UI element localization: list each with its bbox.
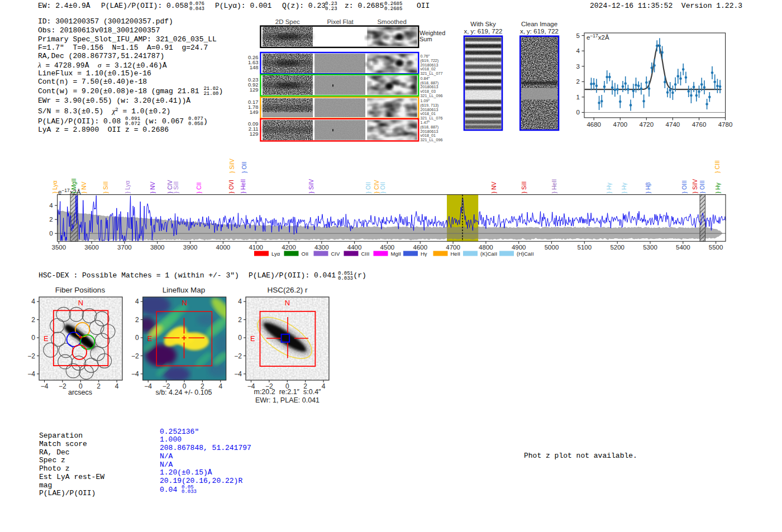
svg-text:4780: 4780 (718, 121, 733, 128)
svg-text:x, y: 619, 722: x, y: 619, 722 (520, 28, 559, 35)
svg-text:m:20.2 re:2.1″ s:0.4″: m:20.2 re:2.1″ s:0.4″ (254, 388, 321, 396)
svg-text:E: E (250, 334, 255, 343)
svg-text:(K)CaII: (K)CaII (480, 251, 497, 257)
svg-text:Hγ: Hγ (421, 251, 427, 257)
svg-text:Sum: Sum (419, 36, 432, 42)
svg-text:4900: 4900 (512, 244, 526, 251)
svg-text:x, y: 619, 722: x, y: 619, 722 (464, 28, 502, 35)
svg-text:} HeII: } HeII (551, 179, 557, 194)
svg-text:4800: 4800 (479, 244, 493, 251)
svg-text:} NV: } NV (490, 181, 497, 193)
svg-text:3600: 3600 (84, 244, 99, 251)
svg-text:129: 129 (250, 131, 259, 137)
svg-text:0: 0 (135, 334, 139, 342)
svg-text:} OVI: } OVI (228, 180, 235, 194)
svg-text:} NV: } NV (80, 181, 87, 193)
svg-text:(H)CaII: (H)CaII (517, 251, 534, 257)
svg-text:4100: 4100 (249, 244, 263, 251)
svg-text:129: 129 (250, 87, 259, 93)
svg-text:149: 149 (250, 109, 259, 115)
svg-text:N: N (182, 299, 187, 307)
svg-text:} Hγ: } Hγ (714, 182, 721, 193)
svg-text:5100: 5100 (578, 244, 592, 251)
svg-text:5000: 5000 (545, 244, 559, 251)
svg-text:321_LL_096: 321_LL_096 (421, 93, 443, 98)
svg-text:Lyα: Lyα (271, 251, 280, 257)
svg-text:5500: 5500 (709, 244, 723, 251)
svg-text:} OIII: } OIII (681, 180, 688, 193)
svg-text:4740: 4740 (666, 121, 680, 128)
svg-text:} Hγ: } Hγ (605, 182, 612, 193)
svg-text:−2: −2 (234, 352, 242, 360)
svg-text:N: N (78, 299, 83, 307)
svg-text:} Lyα: } Lyα (51, 180, 58, 193)
svg-text:5200: 5200 (610, 244, 624, 251)
svg-text:2: 2 (135, 316, 139, 324)
svg-text:4200: 4200 (282, 244, 296, 251)
svg-text:OII: OII (302, 251, 309, 257)
svg-text:} SiIV: } SiIV (308, 179, 314, 194)
svg-text:4: 4 (322, 382, 326, 390)
svg-text:4: 4 (576, 47, 580, 54)
svg-text:4: 4 (49, 202, 53, 209)
svg-text:} OII: } OII (241, 162, 247, 173)
svg-text:} HeII: } HeII (240, 179, 246, 194)
svg-text:2: 2 (31, 316, 35, 324)
svg-text:CIV: CIV (331, 251, 341, 257)
svg-text:4000: 4000 (216, 244, 231, 251)
svg-text:} Lyα: } Lyα (124, 180, 131, 193)
svg-text:5300: 5300 (643, 244, 657, 251)
svg-text:MgII: MgII (391, 251, 401, 257)
svg-text:3700: 3700 (117, 244, 132, 251)
svg-text:HSC(26.2) r: HSC(26.2) r (267, 286, 308, 294)
svg-text:1: 1 (576, 94, 580, 100)
svg-text:2: 2 (97, 382, 101, 390)
svg-text:} SiII: } SiII (102, 181, 109, 194)
svg-text:321_LL_096: 321_LL_096 (421, 137, 443, 142)
svg-text:148: 148 (250, 64, 259, 70)
svg-text:s/b: 4.24 +/- 0.105: s/b: 4.24 +/- 0.105 (155, 389, 212, 396)
svg-text:3800: 3800 (150, 244, 165, 251)
svg-text:4500: 4500 (380, 244, 395, 251)
svg-text:0: 0 (31, 334, 35, 342)
svg-text:} MgII: } MgII (70, 179, 77, 194)
svg-text:Pixel Flat: Pixel Flat (327, 18, 354, 25)
svg-text:} SiII: } SiII (173, 181, 179, 194)
svg-text:3500: 3500 (52, 244, 66, 251)
svg-text:} CIII: } CIII (714, 160, 721, 173)
svg-text:2: 2 (238, 316, 242, 324)
svg-text:321_LL_077: 321_LL_077 (421, 71, 443, 76)
svg-text:Lineflux Map: Lineflux Map (163, 286, 206, 294)
svg-text:5: 5 (576, 32, 580, 39)
svg-text:4: 4 (115, 382, 119, 390)
svg-text:} OII: } OII (379, 182, 386, 193)
svg-text:2: 2 (49, 216, 53, 223)
svg-text:} SiIV: } SiIV (692, 179, 698, 194)
svg-text:3: 3 (576, 63, 580, 70)
svg-text:4700: 4700 (613, 121, 628, 128)
svg-text:Smoothed: Smoothed (377, 18, 406, 25)
svg-text:} NV: } NV (149, 181, 156, 193)
svg-text:−2: −2 (59, 382, 66, 390)
svg-text:EWr: 1, PLAE: 0.041: EWr: 1, PLAE: 0.041 (255, 396, 320, 404)
svg-text:With Sky: With Sky (470, 21, 496, 27)
svg-text:5400: 5400 (676, 244, 690, 251)
svg-text:} Hγ: } Hγ (621, 182, 627, 193)
svg-text:3900: 3900 (183, 244, 198, 251)
svg-text:0: 0 (576, 109, 580, 116)
svg-text:2D Spec: 2D Spec (275, 18, 300, 25)
svg-text:0: 0 (238, 334, 242, 342)
svg-text:e−17x2Å: e−17x2Å (58, 188, 81, 195)
svg-text:4: 4 (218, 382, 222, 390)
svg-text:4400: 4400 (347, 244, 362, 251)
svg-text:4300: 4300 (314, 244, 329, 251)
svg-text:2: 2 (576, 78, 580, 85)
svg-text:} Hβ: } Hβ (645, 182, 651, 193)
svg-text:−4: −4 (234, 370, 242, 378)
svg-text:4: 4 (238, 298, 242, 305)
svg-text:−4: −4 (27, 370, 35, 378)
svg-text:HeII: HeII (451, 251, 460, 257)
svg-text:E: E (44, 334, 49, 343)
svg-text:Clean Image: Clean Image (521, 21, 557, 27)
svg-text:} SiIV: } SiIV (228, 159, 235, 173)
